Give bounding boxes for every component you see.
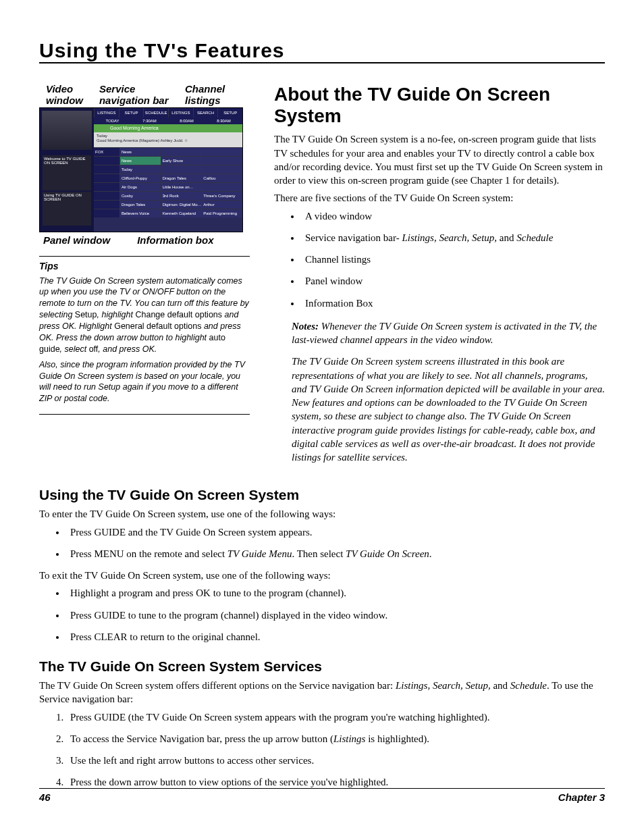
callout-info-box: Information box	[137, 235, 213, 246]
diagram-cell	[201, 165, 242, 174]
using-heading: Using the TV Guide On Screen System	[39, 487, 605, 503]
diagram-cell: Today	[119, 165, 161, 174]
diagram-cell	[161, 148, 202, 156]
notes-text: Whenever the TV Guide On Screen system i…	[292, 321, 597, 345]
diagram-nav-item: LISTINGS	[94, 108, 119, 118]
text: Schedule	[516, 232, 553, 243]
sections-list: A video window Service navigation bar- L…	[274, 209, 605, 310]
page-footer: 46 Chapter 3	[39, 788, 605, 803]
text: Service navigation bar-	[305, 232, 402, 243]
tv-guide-diagram: Welcome to TV GUIDE ON SCREEN Using TV G…	[39, 107, 243, 232]
services-lead: The TV Guide On Screen system offers dif…	[39, 679, 605, 706]
callout-service-nav: Service navigation bar	[99, 84, 185, 106]
list-item: Press GUIDE and the TV Guide On Screen s…	[66, 525, 605, 539]
diagram-cell: Three's Company	[201, 192, 242, 200]
text: Press MENU on the remote and select	[70, 548, 227, 559]
diagram-time-cell: 8:30AM	[205, 118, 242, 124]
intro-paragraph: The TV Guide On Screen system is a no-fe…	[274, 132, 605, 187]
diagram-time-cell: 8:00AM	[168, 118, 205, 124]
diagram-bot-callouts: Panel window Information box	[39, 232, 250, 246]
diagram-time-cell: TODAY	[94, 118, 131, 124]
text: is highlighted).	[365, 733, 429, 744]
list-item: A video window	[301, 209, 605, 223]
text: Listings	[333, 733, 366, 744]
diagram-info-line1: Today	[97, 134, 240, 138]
list-item: Panel window	[301, 274, 605, 288]
callout-video-window: Video window	[46, 84, 99, 106]
list-item: Use the left and right arrow buttons to …	[66, 754, 605, 767]
diagram-cell	[201, 157, 242, 165]
chapter-label: Chapter 3	[558, 791, 605, 803]
diagram-cell	[201, 148, 242, 156]
text: TV Guide Menu	[227, 548, 292, 559]
main-heading: About the TV Guide On Screen System	[274, 84, 605, 127]
diagram-cell: News	[119, 148, 161, 156]
diagram-ch	[94, 201, 119, 209]
diagram-time-cell: 7:30AM	[131, 118, 168, 124]
tips-heading: Tips	[39, 261, 250, 271]
text: Schedule	[510, 680, 547, 691]
notes-block: Notes: Whenever the TV Guide On Screen s…	[292, 319, 605, 465]
list-item: Press CLEAR to return to the original ch…	[66, 630, 605, 644]
tips-text: Setup	[75, 310, 97, 319]
list-item: Press GUIDE (the TV Guide On Screen syst…	[66, 710, 605, 724]
diagram-cell: Kenneth Copeland	[161, 209, 202, 217]
list-item: To access the Service Navigation bar, pr…	[66, 732, 605, 746]
diagram-nav-item: SCHEDULE	[143, 108, 168, 118]
diagram-cell: Digimon: Digital Mo…	[161, 201, 202, 209]
diagram-cell: Believers Voice	[119, 209, 161, 217]
callout-panel-window: Panel window	[43, 235, 110, 246]
diagram-cell: Dragon Tales	[161, 174, 202, 182]
notes-text-2: The TV Guide On Screen system screens il…	[292, 355, 605, 464]
diagram-cell: Dragon Tales	[119, 201, 161, 209]
chapter-title: Using the TV's Features	[39, 39, 605, 63]
diagram-cell: Early Show	[161, 157, 202, 165]
diagram-nav-item: LISTINGS	[168, 108, 193, 118]
text: and	[497, 232, 516, 243]
tips-text: , and press OK.	[98, 344, 157, 354]
diagram-video-window	[42, 111, 92, 150]
diagram-cell: Cosby	[119, 192, 161, 200]
diagram-cell: Little House on…	[161, 183, 202, 191]
tips-para-2: Also, since the program information prov…	[39, 359, 250, 405]
diagram-cell: Air Dogs	[119, 183, 161, 191]
diagram-cell: 3rd Rock	[161, 192, 202, 200]
diagram-ch: FOX	[94, 148, 119, 156]
notes-lead: Notes:	[292, 321, 319, 332]
diagram-promo-1: Welcome to TV GUIDE ON SCREEN	[43, 155, 91, 190]
diagram-ch	[94, 174, 119, 182]
diagram-ch	[94, 192, 119, 200]
list-item: Information Box	[301, 296, 605, 310]
tips-text: General default options	[114, 321, 201, 331]
text: The TV Guide On Screen system offers dif…	[39, 680, 396, 691]
services-steps: Press GUIDE (the TV Guide On Screen syst…	[39, 710, 605, 789]
tips-text: , select	[60, 344, 89, 354]
using-enter-lead: To enter the TV Guide On Screen system, …	[39, 507, 605, 521]
text: Listings, Search, Setup,	[402, 232, 497, 243]
diagram-cell: Clifford-Puppy	[119, 174, 161, 182]
diagram-ch	[94, 183, 119, 191]
diagram-cell	[201, 183, 242, 191]
list-item: Service navigation bar- Listings, Search…	[301, 231, 605, 244]
text: . Then select	[292, 548, 346, 559]
diagram-highlighted-show: Good Morning America	[94, 124, 242, 132]
diagram-grid: FOXNews NewsEarly Show Today Clifford-Pu…	[94, 147, 242, 232]
text: TV Guide On Screen	[346, 548, 429, 559]
callout-channel-listings: Channel listings	[185, 84, 247, 106]
diagram-promo-2: Using TV GUIDE ON SCREEN	[43, 192, 91, 226]
list-item: Press the down arrow button to view opti…	[66, 775, 605, 789]
tips-text: , highlight	[97, 310, 135, 319]
diagram-cell: News	[119, 157, 161, 165]
page-number: 46	[39, 791, 51, 803]
diagram-time-row: TODAY 7:30AM 8:00AM 8:30AM	[94, 118, 242, 124]
tips-text: off	[89, 344, 99, 354]
services-heading: The TV Guide On Screen System Services	[39, 658, 605, 675]
text: and	[491, 680, 510, 691]
diagram-info-line2: Good Morning America (Magazine) Ashley J…	[97, 138, 240, 143]
using-enter-list: Press GUIDE and the TV Guide On Screen s…	[39, 525, 605, 561]
using-exit-lead: To exit the TV Guide On Screen system, u…	[39, 569, 605, 582]
text: .	[429, 548, 432, 559]
diagram-ch	[94, 165, 119, 174]
list-item: Channel listings	[301, 253, 605, 266]
text: Listings, Search, Setup,	[396, 680, 491, 691]
